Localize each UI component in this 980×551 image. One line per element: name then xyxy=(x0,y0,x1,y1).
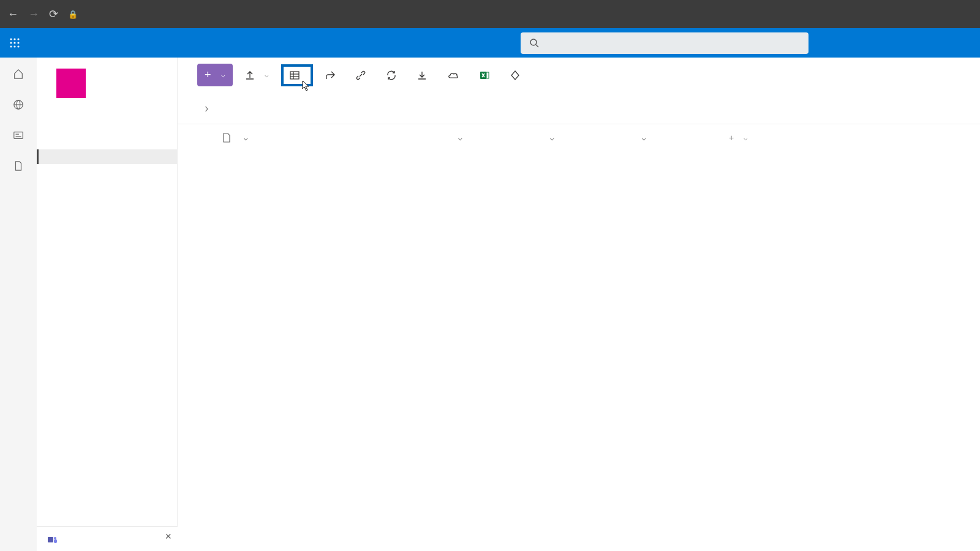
plus-icon: + xyxy=(205,69,211,81)
sync-icon xyxy=(386,70,396,80)
svg-point-9 xyxy=(530,39,537,45)
svg-point-6 xyxy=(10,45,12,47)
nav-sitecontents[interactable] xyxy=(37,208,177,223)
chevron-down-icon: ⌵ xyxy=(221,71,225,79)
svg-rect-14 xyxy=(14,132,23,139)
search-box[interactable] xyxy=(521,32,809,54)
table-header: ⌵ ⌵ ⌵ ⌵ + ⌵ xyxy=(178,124,980,151)
site-logo[interactable] xyxy=(56,69,86,98)
forward-button[interactable]: → xyxy=(28,8,39,21)
search-input[interactable] xyxy=(546,38,800,48)
back-button[interactable]: ← xyxy=(7,8,18,21)
svg-point-2 xyxy=(17,38,19,40)
svg-line-10 xyxy=(536,45,538,47)
svg-rect-19 xyxy=(54,539,57,543)
sidebar: × xyxy=(37,58,178,551)
nav-shared[interactable] xyxy=(37,164,177,179)
svg-rect-25 xyxy=(486,72,489,78)
chevron-down-icon: ⌵ xyxy=(744,134,748,142)
share-button[interactable] xyxy=(322,67,344,84)
svg-point-8 xyxy=(17,45,19,47)
news-icon[interactable] xyxy=(13,130,24,141)
document-list: ⌵ ⌵ ⌵ ⌵ + ⌵ xyxy=(178,124,980,151)
add-column-button[interactable]: + ⌵ xyxy=(729,133,980,143)
reload-button[interactable]: ⟳ xyxy=(49,7,58,21)
app-launcher-icon[interactable] xyxy=(0,38,29,48)
plus-icon: + xyxy=(729,133,734,143)
cursor-icon xyxy=(302,80,312,92)
download-icon xyxy=(417,70,427,80)
nav-documents[interactable] xyxy=(37,149,177,164)
home-icon[interactable] xyxy=(13,69,24,80)
excel-icon xyxy=(480,70,489,80)
powerapps-button[interactable] xyxy=(507,67,529,84)
search-icon xyxy=(529,38,539,48)
site-header xyxy=(37,58,177,109)
svg-point-4 xyxy=(13,42,15,43)
svg-rect-17 xyxy=(48,537,53,542)
lock-icon: 🔒 xyxy=(68,10,78,19)
nav-pages[interactable] xyxy=(37,193,177,208)
suite-header xyxy=(0,28,980,58)
share-icon xyxy=(325,70,335,80)
sync-button[interactable] xyxy=(383,67,405,84)
upload-button[interactable]: ⌵ xyxy=(241,67,273,84)
main-area: × + ⌵ ⌵ xyxy=(37,58,980,551)
svg-point-18 xyxy=(54,537,56,539)
files-icon[interactable] xyxy=(13,160,24,171)
new-button[interactable]: + ⌵ xyxy=(197,64,233,86)
chevron-down-icon: ⌵ xyxy=(550,134,554,142)
chevron-down-icon: ⌵ xyxy=(458,134,462,142)
copylink-button[interactable] xyxy=(352,67,374,84)
filetype-header-icon[interactable] xyxy=(214,133,239,143)
svg-point-5 xyxy=(17,42,19,43)
nav-notebook[interactable] xyxy=(37,179,177,193)
column-modifiedby[interactable]: ⌵ xyxy=(545,134,637,142)
sidebar-nav xyxy=(37,109,177,266)
command-bar: + ⌵ ⌵ xyxy=(178,58,980,95)
content-area: + ⌵ ⌵ xyxy=(178,58,980,551)
grid-icon xyxy=(290,70,300,80)
nav-edit[interactable] xyxy=(37,240,177,255)
edit-grid-view-button[interactable] xyxy=(281,64,313,86)
chevron-down-icon: ⌵ xyxy=(265,71,269,79)
chevron-down-icon: ⌵ xyxy=(244,134,248,142)
column-department[interactable]: ⌵ xyxy=(637,134,729,142)
nav-recyclebin[interactable] xyxy=(37,223,177,238)
teams-icon xyxy=(48,535,58,545)
teams-callout: × xyxy=(37,526,178,551)
export-excel-button[interactable] xyxy=(476,67,498,84)
browser-bar: ← → ⟳ 🔒 xyxy=(0,0,980,28)
svg-point-3 xyxy=(10,42,12,43)
download-button[interactable] xyxy=(413,67,435,84)
breadcrumb: › xyxy=(178,95,980,124)
close-icon[interactable]: × xyxy=(165,530,172,543)
powerapps-icon xyxy=(510,70,520,80)
nav-home[interactable] xyxy=(37,120,177,135)
nav-conversations[interactable] xyxy=(37,135,177,149)
globe-icon[interactable] xyxy=(13,99,24,110)
column-name[interactable]: ⌵ xyxy=(239,134,429,142)
upload-icon xyxy=(245,70,255,80)
left-rail xyxy=(0,58,37,551)
column-modified[interactable]: ⌵ xyxy=(453,134,545,142)
svg-rect-20 xyxy=(290,72,299,79)
link-icon xyxy=(356,70,366,80)
chevron-down-icon: ⌵ xyxy=(642,134,646,142)
onedrive-icon xyxy=(448,70,459,80)
svg-point-0 xyxy=(10,38,12,40)
svg-point-7 xyxy=(13,45,15,47)
svg-point-1 xyxy=(13,38,15,40)
shortcut-button[interactable] xyxy=(444,67,467,84)
chevron-right-icon: › xyxy=(205,101,209,115)
